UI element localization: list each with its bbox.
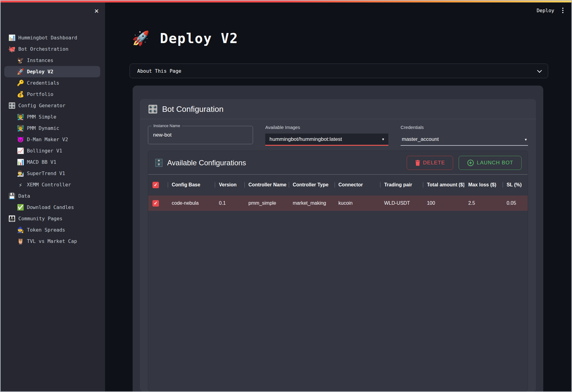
sidebar-item-tvl-vs-market-cap[interactable]: 🦉 TVL vs Market Cap — [4, 236, 100, 247]
available-images-field: Available Images hummingbot/hummingbot:l… — [265, 125, 388, 146]
sidebar-item-xemm-controller[interactable]: ⚡ XEMM Controller — [4, 179, 100, 190]
available-configurations-header: 🗄️ Available Configurations DELETE — [148, 151, 528, 174]
deploy-container: 🎛️ Bot Configuration Instance Name new-b… — [133, 86, 543, 391]
deploy-status-text: Deploy — [537, 8, 554, 13]
sidebar-item-label: Deploy V2 — [27, 69, 53, 75]
sidebar-item-bollinger-v1[interactable]: 📈 Bollinger V1 — [4, 145, 100, 156]
sidebar-item-portfolio[interactable]: 💰 Portfolio — [4, 89, 100, 100]
column-header-sl: SL (%) — [503, 182, 528, 188]
actions: DELETE LAUNCH BOT — [407, 156, 522, 170]
column-header-controller-type: Controller Type — [289, 182, 335, 188]
sidebar-item-label: PMM Dynamic — [27, 125, 59, 131]
top-decoration-bar — [1, 1, 571, 2]
launch-bot-button[interactable]: LAUNCH BOT — [459, 156, 522, 170]
control-knobs-icon: 🎛️ — [148, 104, 158, 114]
sidebar-item-label: Data — [18, 193, 30, 199]
sidebar-item-instances[interactable]: 🦅 Instances — [4, 55, 100, 66]
sidebar-close-icon[interactable]: ✕ — [92, 7, 101, 15]
available-configurations-card: 🗄️ Available Configurations DELETE — [148, 151, 528, 391]
octopus-icon: 🐙 — [7, 46, 16, 53]
sidebar-item-label: TVL vs Market Cap — [27, 238, 77, 244]
credentials-select[interactable]: master_account ▾ — [401, 134, 528, 146]
sidebar-item-pmm-dynamic[interactable]: 👨‍🏫 PMM Dynamic — [4, 123, 100, 134]
cell-trading-pair: WLD-USDT — [380, 200, 423, 206]
credentials-label: Credentials — [401, 125, 528, 130]
sidebar-item-label: SuperTrend V1 — [27, 170, 65, 176]
sidebar-item-config-generator[interactable]: 🎛️ Config Generator — [4, 100, 100, 111]
bar-chart-icon: 📊 — [16, 159, 25, 166]
expander-label: About This Page — [137, 68, 182, 74]
page-title: 🚀 Deploy V2 — [132, 30, 238, 46]
sidebar-item-data[interactable]: 💾 Data — [4, 190, 100, 202]
scientist-icon: 👨‍🔬 — [16, 170, 25, 177]
owl-icon: 🦉 — [16, 238, 25, 245]
chevron-down-icon — [537, 68, 542, 73]
cell-controller-type: market_making — [289, 200, 335, 206]
dropdown-arrow-icon: ▾ — [382, 137, 384, 141]
sidebar-item-token-spreads[interactable]: 🧙 Token Spreads — [4, 224, 100, 236]
key-icon: 🔑 — [16, 79, 25, 86]
sidebar-item-label: Download Candles — [27, 204, 74, 210]
delete-button[interactable]: DELETE — [407, 156, 453, 170]
table-row[interactable]: ✓ code-nebula 0.1 pmm_simple market_maki… — [148, 196, 528, 211]
column-header-total-amount: Total amount ($) — [423, 182, 464, 188]
sidebar-item-hummingbot-dashboard[interactable]: 📊 Hummingbot Dashboard — [4, 32, 100, 43]
top-toolbar: Deploy — [105, 2, 571, 18]
eagle-icon: 🦅 — [16, 57, 25, 64]
column-header-version: Version — [215, 182, 244, 188]
cell-sl: 0.05 — [503, 200, 528, 206]
sidebar-item-bot-orchestration[interactable]: 🐙 Bot Orchestration — [4, 43, 100, 55]
sidebar-item-label: Config Generator — [18, 103, 65, 108]
divider — [140, 119, 536, 119]
sidebar-item-macd-bb-v1[interactable]: 📊 MACD BB V1 — [4, 156, 100, 168]
credentials-value: master_account — [402, 136, 439, 142]
column-header-max-loss: Max loss ($) — [464, 182, 503, 188]
teacher-icon: 👨‍🏫 — [16, 113, 25, 120]
sidebar-item-label: Token Spreads — [27, 227, 65, 233]
dropdown-arrow-icon: ▾ — [525, 137, 527, 142]
launch-bot-button-label: LAUNCH BOT — [477, 160, 513, 166]
sidebar-item-dman-maker-v2[interactable]: 😈 D-Man Maker V2 — [4, 134, 100, 145]
plus-circle-icon — [467, 159, 474, 167]
sidebar-item-download-candles[interactable]: ✅ Download Candles — [4, 202, 100, 213]
row-checkbox[interactable]: ✓ — [152, 200, 159, 207]
control-knobs-icon: 🎛️ — [7, 102, 16, 109]
file-cabinet-icon: 🗄️ — [154, 159, 163, 167]
cell-connector: kucoin — [335, 200, 380, 206]
sidebar-item-label: Bollinger V1 — [27, 148, 62, 154]
bot-configuration-card: 🎛️ Bot Configuration Instance Name new-b… — [140, 99, 536, 391]
kebab-menu-icon[interactable] — [561, 6, 565, 14]
lightning-icon: ⚡ — [16, 181, 25, 188]
sidebar-item-label: Portfolio — [27, 91, 53, 97]
cell-controller-name: pmm_simple — [244, 200, 289, 206]
sidebar: ✕ 📊 Hummingbot Dashboard 🐙 Bot Orchestra… — [1, 2, 105, 391]
instance-name-field[interactable]: Instance Name new-bot — [148, 126, 253, 144]
column-header-config-base: Config Base — [168, 182, 215, 188]
money-bag-icon: 💰 — [16, 91, 25, 98]
instance-name-value[interactable]: new-bot — [148, 126, 253, 144]
bot-configuration-fields: Instance Name new-bot Available Images h… — [148, 125, 528, 146]
sidebar-item-credentials[interactable]: 🔑 Credentials — [4, 77, 100, 89]
cell-max-loss: 2.5 — [464, 200, 503, 206]
floppy-disk-icon: 💾 — [7, 192, 16, 200]
sidebar-item-label: XEMM Controller — [27, 182, 71, 188]
sidebar-item-pmm-simple[interactable]: 👨‍🏫 PMM Simple — [4, 111, 100, 123]
teacher-icon: 👨‍🏫 — [16, 125, 25, 132]
cell-version: 0.1 — [215, 200, 244, 206]
available-images-select[interactable]: hummingbot/hummingbot:latest ▾ — [265, 134, 388, 146]
about-this-page-expander[interactable]: About This Page — [130, 64, 548, 78]
sidebar-item-label: Community Pages — [18, 216, 63, 222]
sidebar-item-community-pages[interactable]: 👨‍👩‍👧‍👦 Community Pages — [4, 213, 100, 224]
sidebar-item-deploy-v2[interactable]: 🚀 Deploy V2 — [4, 66, 100, 77]
sidebar-item-label: Credentials — [27, 80, 59, 86]
sidebar-item-label: PMM Simple — [27, 114, 56, 120]
family-icon: 👨‍👩‍👧‍👦 — [7, 215, 16, 222]
configs-table-header: ✓ Config Base Version Controller Name Co… — [148, 176, 528, 194]
check-mark-icon: ✅ — [16, 204, 25, 211]
available-images-value: hummingbot/hummingbot:latest — [270, 136, 342, 142]
select-all-checkbox[interactable]: ✓ — [152, 182, 159, 188]
sidebar-item-label: D-Man Maker V2 — [27, 137, 68, 142]
devil-face-icon: 😈 — [16, 136, 25, 143]
sidebar-nav: 📊 Hummingbot Dashboard 🐙 Bot Orchestrati… — [1, 32, 103, 247]
sidebar-item-supertrend-v1[interactable]: 👨‍🔬 SuperTrend V1 — [4, 168, 100, 179]
